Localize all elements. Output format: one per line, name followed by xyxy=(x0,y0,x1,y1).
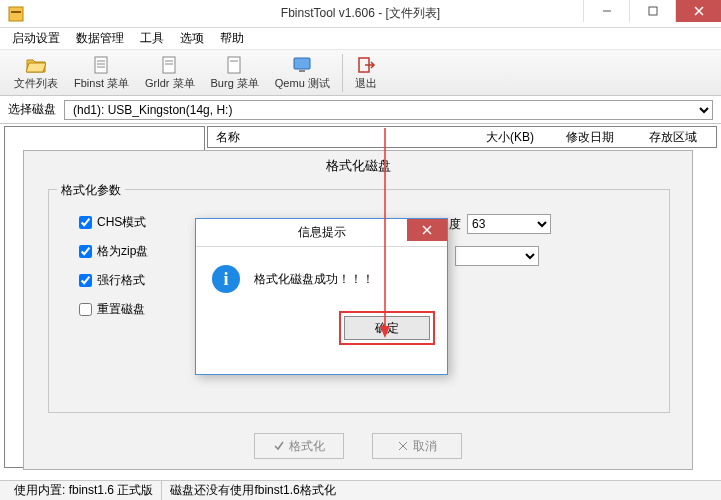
menu-data[interactable]: 数据管理 xyxy=(68,28,132,49)
toolbar-separator xyxy=(342,54,343,92)
status-left: 使用内置: fbinst1.6 正式版 xyxy=(6,481,162,500)
other-row xyxy=(449,246,551,266)
chk-force-box[interactable] xyxy=(79,274,92,287)
menu-options[interactable]: 选项 xyxy=(172,28,212,49)
menu-tools[interactable]: 工具 xyxy=(132,28,172,49)
info-messagebox: 信息提示 i 格式化磁盘成功！！！ 确定 xyxy=(195,218,448,375)
menubar: 启动设置 数据管理 工具 选项 帮助 xyxy=(0,28,721,50)
document-icon xyxy=(225,55,245,75)
msgbox-titlebar: 信息提示 xyxy=(196,219,447,247)
th-date[interactable]: 修改日期 xyxy=(550,129,630,146)
svg-rect-1 xyxy=(11,11,21,13)
other-select[interactable] xyxy=(455,246,539,266)
disk-select[interactable]: (hd1): USB_Kingston(14g, H:) xyxy=(64,100,713,120)
app-icon xyxy=(8,6,24,22)
format-title: 格式化磁盘 xyxy=(24,151,692,183)
msgbox-title: 信息提示 xyxy=(298,224,346,241)
toolbar-grldr-menu[interactable]: Grldr 菜单 xyxy=(137,53,203,93)
cancel-button[interactable]: 取消 xyxy=(372,433,462,459)
document-icon xyxy=(160,55,180,75)
chk-reset-box[interactable] xyxy=(79,303,92,316)
table-header: 名称 大小(KB) 修改日期 存放区域 xyxy=(207,126,717,148)
info-icon: i xyxy=(212,265,240,293)
folder-open-icon xyxy=(26,55,46,75)
degree-row: 度 63 xyxy=(449,214,551,234)
svg-rect-0 xyxy=(9,7,23,21)
ok-button[interactable]: 确定 xyxy=(344,316,430,340)
status-right: 磁盘还没有使用fbinst1.6格式化 xyxy=(162,481,343,500)
ok-highlight: 确定 xyxy=(339,311,435,345)
window-title: FbinstTool v1.606 - [文件列表] xyxy=(281,5,440,22)
svg-rect-15 xyxy=(294,58,310,69)
format-button[interactable]: 格式化 xyxy=(254,433,344,459)
menu-startup[interactable]: 启动设置 xyxy=(4,28,68,49)
toolbar: 文件列表 Fbinst 菜单 Grldr 菜单 Burg 菜单 Qemu 测试 … xyxy=(0,50,721,96)
toolbar-file-list[interactable]: 文件列表 xyxy=(6,53,66,93)
chk-zip[interactable]: 格为zip盘 xyxy=(79,243,148,260)
chk-chs-box[interactable] xyxy=(79,216,92,229)
chk-zip-box[interactable] xyxy=(79,245,92,258)
titlebar: FbinstTool v1.606 - [文件列表] xyxy=(0,0,721,28)
th-name[interactable]: 名称 xyxy=(216,129,454,146)
chk-force[interactable]: 强行格式 xyxy=(79,272,148,289)
maximize-button[interactable] xyxy=(629,0,675,22)
group-label: 格式化参数 xyxy=(57,182,125,199)
degree-select[interactable]: 63 xyxy=(467,214,551,234)
msgbox-text: 格式化磁盘成功！！！ xyxy=(254,271,374,288)
monitor-icon xyxy=(292,55,312,75)
statusbar: 使用内置: fbinst1.6 正式版 磁盘还没有使用fbinst1.6格式化 xyxy=(0,480,721,500)
disk-select-label: 选择磁盘 xyxy=(8,101,56,118)
toolbar-exit[interactable]: 退出 xyxy=(347,53,385,93)
svg-rect-10 xyxy=(163,57,175,73)
chk-reset[interactable]: 重置磁盘 xyxy=(79,301,148,318)
toolbar-fbinst-menu[interactable]: Fbinst 菜单 xyxy=(66,53,137,93)
svg-rect-16 xyxy=(299,70,305,72)
th-size[interactable]: 大小(KB) xyxy=(454,129,534,146)
minimize-button[interactable] xyxy=(583,0,629,22)
exit-icon xyxy=(356,55,376,75)
svg-rect-6 xyxy=(95,57,107,73)
chk-chs[interactable]: CHS模式 xyxy=(79,214,148,231)
svg-rect-3 xyxy=(649,7,657,15)
svg-rect-13 xyxy=(228,57,240,73)
close-icon xyxy=(422,225,432,235)
close-button[interactable] xyxy=(675,0,721,22)
degree-label: 度 xyxy=(449,216,461,233)
disk-select-row: 选择磁盘 (hd1): USB_Kingston(14g, H:) xyxy=(0,96,721,124)
document-icon xyxy=(92,55,112,75)
msgbox-close-button[interactable] xyxy=(407,219,447,241)
menu-help[interactable]: 帮助 xyxy=(212,28,252,49)
toolbar-burg-menu[interactable]: Burg 菜单 xyxy=(203,53,267,93)
th-area[interactable]: 存放区域 xyxy=(638,129,708,146)
x-icon xyxy=(397,440,409,452)
toolbar-qemu-test[interactable]: Qemu 测试 xyxy=(267,53,338,93)
check-icon xyxy=(273,440,285,452)
